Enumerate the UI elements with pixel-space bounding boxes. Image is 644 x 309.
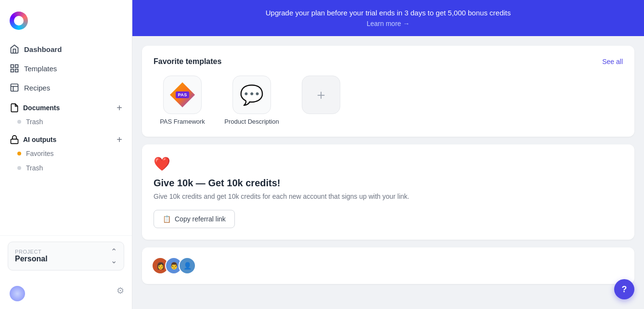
avatars-card: 👩 👨 👤 (142, 247, 634, 284)
copy-link-label: Copy referral link (175, 215, 226, 223)
product-desc-template-label: Product Description (224, 118, 279, 125)
documents-add-button[interactable]: + (116, 103, 122, 113)
sidebar-item-documents-trash[interactable]: Trash (0, 115, 132, 129)
templates-grid: PAS PAS Framework 💬 Product Description (154, 76, 623, 125)
logo-inner (14, 16, 24, 26)
sidebar-footer: ⚙ (0, 276, 132, 301)
user-avatar[interactable] (10, 286, 25, 301)
favorite-templates-title: Favorite templates (154, 57, 221, 66)
referral-description: Give 10k credits and get 10k credits for… (154, 193, 623, 200)
sidebar-item-ai-trash[interactable]: Trash (0, 161, 132, 175)
sidebar-item-recipes[interactable]: Recipes (0, 78, 132, 97)
add-icon: ＋ (314, 86, 328, 104)
sidebar-item-dashboard[interactable]: Dashboard (0, 39, 132, 59)
pas-diamond: PAS (170, 82, 195, 107)
documents-label: Documents (23, 104, 60, 112)
svg-rect-2 (11, 69, 14, 72)
heart-icon: ❤️ (154, 156, 623, 172)
ai-trash-label: Trash (26, 164, 43, 172)
copy-icon: 📋 (163, 215, 171, 223)
app-logo[interactable] (10, 12, 28, 30)
ai-trash-dot (17, 166, 21, 170)
template-product-description[interactable]: 💬 Product Description (223, 76, 281, 125)
ai-outputs-add-button[interactable]: + (116, 135, 122, 144)
help-label: ? (622, 284, 627, 295)
ai-outputs-icon (10, 135, 19, 144)
pas-label: PAS (176, 91, 189, 98)
document-icon (10, 103, 19, 113)
svg-rect-4 (11, 84, 18, 91)
upgrade-banner: Upgrade your plan before your trial ends… (132, 0, 644, 36)
settings-icon[interactable]: ⚙ (116, 285, 124, 296)
pas-badge: PAS (170, 82, 195, 107)
template-pas-framework[interactable]: PAS PAS Framework (154, 76, 211, 125)
referral-card: ❤️ Give 10k — Get 10k credits! Give 10k … (142, 144, 634, 240)
project-selector[interactable]: PROJECT Personal ⌃⌄ (8, 242, 124, 270)
favorites-dot (17, 152, 21, 155)
upgrade-banner-link[interactable]: Learn more → (142, 20, 634, 27)
sidebar-item-recipes-label: Recipes (24, 84, 50, 92)
favorite-templates-header: Favorite templates See all (154, 57, 623, 66)
sidebar-item-templates[interactable]: Templates (0, 59, 132, 78)
favorite-templates-card: Favorite templates See all PAS PAS Frame… (142, 46, 634, 137)
home-icon (10, 44, 19, 54)
sidebar-bottom: PROJECT Personal ⌃⌄ (0, 235, 132, 276)
project-name: Personal (15, 255, 48, 263)
favorites-label: Favorites (26, 150, 54, 157)
ai-outputs-section-header: AI outputs + (0, 129, 132, 146)
sidebar-item-templates-label: Templates (24, 64, 57, 73)
logo-area (0, 8, 132, 39)
template-add-new[interactable]: ＋ (292, 76, 350, 114)
documents-section-header: Documents + (0, 97, 132, 115)
main-cards-area: Favorite templates See all PAS PAS Frame… (132, 36, 644, 294)
avatars-row: 👩 👨 👤 (152, 257, 625, 274)
pas-template-label: PAS Framework (160, 118, 205, 125)
avatar-3: 👤 (179, 257, 196, 274)
referral-title: Give 10k — Get 10k credits! (154, 178, 623, 189)
ai-outputs-label: AI outputs (23, 136, 56, 143)
pas-icon-wrap: PAS (163, 76, 202, 114)
add-template-icon-wrap: ＋ (302, 76, 340, 114)
upgrade-banner-title: Upgrade your plan before your trial ends… (142, 9, 634, 17)
speech-bubble-icon: 💬 (240, 84, 264, 106)
see-all-link[interactable]: See all (602, 58, 623, 65)
svg-rect-7 (11, 139, 18, 143)
sidebar-item-dashboard-label: Dashboard (24, 45, 62, 53)
chevron-up-down-icon: ⌃⌄ (111, 247, 117, 265)
svg-rect-1 (15, 65, 18, 68)
sidebar-item-favorites[interactable]: Favorites (0, 146, 132, 161)
documents-trash-dot (17, 120, 21, 124)
grid-icon (10, 64, 19, 73)
copy-referral-link-button[interactable]: 📋 Copy referral link (154, 210, 235, 228)
sidebar-navigation: Dashboard Templates Recipes (0, 39, 132, 235)
svg-rect-0 (11, 65, 14, 68)
project-meta-label: PROJECT (15, 249, 48, 255)
svg-rect-3 (15, 69, 18, 72)
documents-trash-label: Trash (26, 118, 43, 126)
help-button[interactable]: ? (614, 279, 634, 299)
main-content: Upgrade your plan before your trial ends… (132, 0, 644, 309)
product-desc-icon-wrap: 💬 (232, 76, 271, 114)
book-icon (10, 83, 19, 92)
sidebar: Dashboard Templates Recipes (0, 0, 132, 309)
